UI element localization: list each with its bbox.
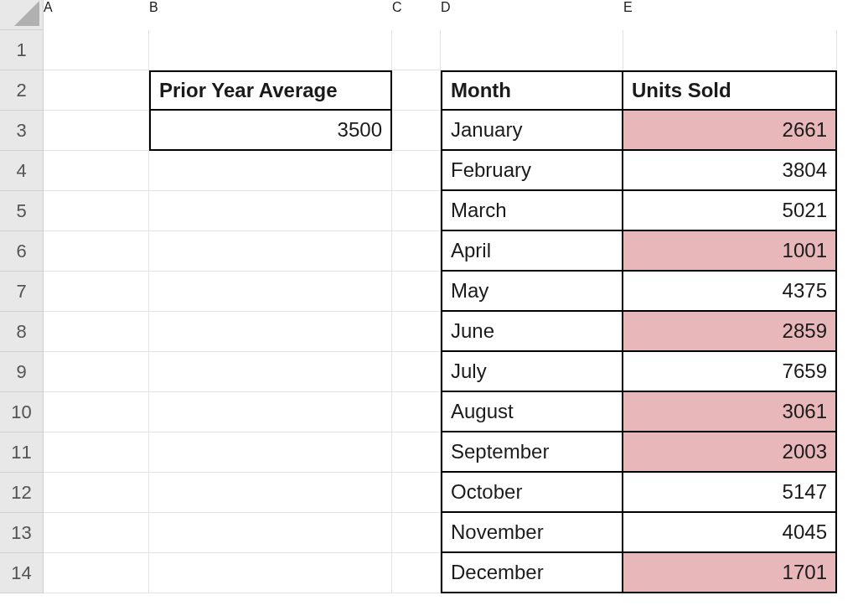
cell-E11[interactable]: 2003: [623, 432, 837, 473]
cell-C14[interactable]: [392, 553, 441, 593]
cell-E8[interactable]: 2859: [623, 312, 837, 352]
cell-D7[interactable]: May: [441, 272, 623, 312]
cell-D1[interactable]: [441, 30, 623, 70]
spreadsheet-grid[interactable]: A B C D E 1 2 Prior Year Average Month U…: [0, 0, 858, 593]
cell-C7[interactable]: [392, 272, 441, 312]
row-header-2[interactable]: 2: [0, 70, 44, 111]
cell-C2[interactable]: [392, 70, 441, 111]
cell-C3[interactable]: [392, 111, 441, 151]
cell-B12[interactable]: [149, 473, 392, 513]
cell-B3[interactable]: 3500: [149, 111, 392, 151]
cell-C8[interactable]: [392, 312, 441, 352]
cell-A5[interactable]: [44, 191, 149, 231]
cell-C11[interactable]: [392, 432, 441, 473]
row-header-4[interactable]: 4: [0, 151, 44, 191]
col-header-B[interactable]: B: [149, 0, 392, 30]
cell-D10[interactable]: August: [441, 392, 623, 432]
cell-B14[interactable]: [149, 553, 392, 593]
cell-D8[interactable]: June: [441, 312, 623, 352]
cell-A14[interactable]: [44, 553, 149, 593]
cell-D12[interactable]: October: [441, 473, 623, 513]
row-header-12[interactable]: 12: [0, 473, 44, 513]
row-header-7[interactable]: 7: [0, 272, 44, 312]
select-all-corner[interactable]: [0, 0, 44, 30]
cell-C9[interactable]: [392, 352, 441, 392]
cell-B13[interactable]: [149, 513, 392, 553]
col-header-E[interactable]: E: [623, 0, 837, 30]
row-header-13[interactable]: 13: [0, 513, 44, 553]
cell-E3[interactable]: 2661: [623, 111, 837, 151]
col-header-D[interactable]: D: [441, 0, 623, 30]
cell-B11[interactable]: [149, 432, 392, 473]
cell-B10[interactable]: [149, 392, 392, 432]
cell-C5[interactable]: [392, 191, 441, 231]
cell-A6[interactable]: [44, 231, 149, 272]
cell-B2[interactable]: Prior Year Average: [149, 70, 392, 111]
cell-B1[interactable]: [149, 30, 392, 70]
cell-E2[interactable]: Units Sold: [623, 70, 837, 111]
cell-E12[interactable]: 5147: [623, 473, 837, 513]
row-header-10[interactable]: 10: [0, 392, 44, 432]
row-header-6[interactable]: 6: [0, 231, 44, 272]
cell-A1[interactable]: [44, 30, 149, 70]
cell-D13[interactable]: November: [441, 513, 623, 553]
cell-A11[interactable]: [44, 432, 149, 473]
cell-B8[interactable]: [149, 312, 392, 352]
cell-C4[interactable]: [392, 151, 441, 191]
cell-A13[interactable]: [44, 513, 149, 553]
cell-E6[interactable]: 1001: [623, 231, 837, 272]
row-header-9[interactable]: 9: [0, 352, 44, 392]
cell-E1[interactable]: [623, 30, 837, 70]
cell-D3[interactable]: January: [441, 111, 623, 151]
cell-E13[interactable]: 4045: [623, 513, 837, 553]
cell-C1[interactable]: [392, 30, 441, 70]
row-header-1[interactable]: 1: [0, 30, 44, 70]
cell-D14[interactable]: December: [441, 553, 623, 593]
row-header-8[interactable]: 8: [0, 312, 44, 352]
cell-E10[interactable]: 3061: [623, 392, 837, 432]
cell-A2[interactable]: [44, 70, 149, 111]
cell-A4[interactable]: [44, 151, 149, 191]
cell-D6[interactable]: April: [441, 231, 623, 272]
row-header-14[interactable]: 14: [0, 553, 44, 593]
cell-A8[interactable]: [44, 312, 149, 352]
cell-B6[interactable]: [149, 231, 392, 272]
cell-A3[interactable]: [44, 111, 149, 151]
cell-E14[interactable]: 1701: [623, 553, 837, 593]
cell-A7[interactable]: [44, 272, 149, 312]
cell-E9[interactable]: 7659: [623, 352, 837, 392]
cell-B9[interactable]: [149, 352, 392, 392]
cell-A12[interactable]: [44, 473, 149, 513]
cell-B5[interactable]: [149, 191, 392, 231]
cell-E7[interactable]: 4375: [623, 272, 837, 312]
cell-C12[interactable]: [392, 473, 441, 513]
cell-D11[interactable]: September: [441, 432, 623, 473]
col-header-C[interactable]: C: [392, 0, 441, 30]
cell-C13[interactable]: [392, 513, 441, 553]
cell-D9[interactable]: July: [441, 352, 623, 392]
col-header-A[interactable]: A: [44, 0, 149, 30]
cell-C6[interactable]: [392, 231, 441, 272]
cell-E5[interactable]: 5021: [623, 191, 837, 231]
cell-B7[interactable]: [149, 272, 392, 312]
cell-D2[interactable]: Month: [441, 70, 623, 111]
cell-E4[interactable]: 3804: [623, 151, 837, 191]
cell-C10[interactable]: [392, 392, 441, 432]
row-header-5[interactable]: 5: [0, 191, 44, 231]
row-header-11[interactable]: 11: [0, 432, 44, 473]
cell-B4[interactable]: [149, 151, 392, 191]
cell-D4[interactable]: February: [441, 151, 623, 191]
cell-A9[interactable]: [44, 352, 149, 392]
cell-A10[interactable]: [44, 392, 149, 432]
cell-D5[interactable]: March: [441, 191, 623, 231]
row-header-3[interactable]: 3: [0, 111, 44, 151]
